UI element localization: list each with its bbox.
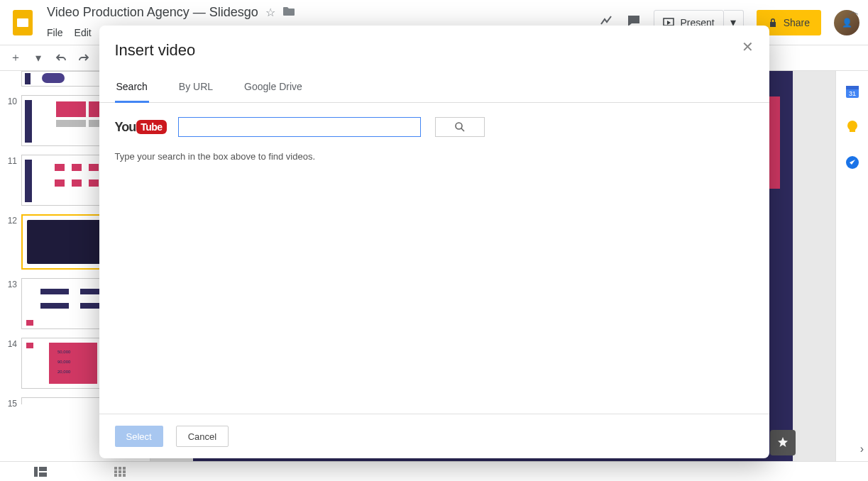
video-search-input[interactable] — [178, 117, 421, 137]
filmstrip-view-icon[interactable] — [33, 466, 48, 477]
youtube-logo-you: You — [115, 120, 136, 135]
svg-rect-13 — [114, 467, 117, 470]
thumb-number: 10 — [4, 95, 21, 146]
new-slide-dropdown[interactable]: ▾ — [31, 51, 45, 65]
insert-video-dialog: Insert video ✕ Search By URL Google Driv… — [99, 26, 769, 458]
thumb-number: 14 — [4, 338, 21, 389]
grid-view-icon[interactable] — [112, 466, 128, 477]
slides-logo[interactable] — [9, 9, 37, 37]
tab-google-drive[interactable]: Google Drive — [243, 74, 304, 102]
calendar-icon[interactable]: 31 — [845, 84, 860, 102]
status-bar — [0, 461, 868, 481]
undo-button[interactable] — [54, 52, 68, 64]
svg-rect-12 — [39, 472, 47, 477]
new-slide-button[interactable]: ＋ — [9, 50, 23, 65]
search-icon — [454, 121, 466, 133]
search-hint: Type your search in the box above to fin… — [115, 151, 754, 162]
menu-file[interactable]: File — [47, 27, 63, 38]
svg-rect-19 — [114, 474, 117, 477]
svg-rect-14 — [119, 467, 121, 470]
svg-point-22 — [456, 123, 462, 129]
svg-rect-16 — [114, 470, 117, 473]
dialog-footer: Select Cancel — [99, 414, 769, 458]
tab-search[interactable]: Search — [115, 74, 149, 103]
expand-side-panel-icon[interactable]: › — [860, 443, 864, 455]
modal-backdrop: Insert video ✕ Search By URL Google Driv… — [0, 0, 868, 481]
cancel-button[interactable]: Cancel — [176, 426, 229, 447]
search-button[interactable] — [435, 117, 485, 137]
tasks-icon[interactable] — [845, 155, 860, 173]
tab-by-url[interactable]: By URL — [177, 74, 214, 102]
svg-rect-18 — [123, 470, 126, 473]
move-folder-icon[interactable] — [282, 6, 295, 20]
share-label: Share — [784, 17, 810, 28]
thumb-number: 13 — [4, 278, 21, 329]
side-panel: 31 — [835, 71, 868, 461]
select-button[interactable]: Select — [115, 426, 163, 447]
thumb-number — [4, 71, 21, 87]
svg-text:31: 31 — [848, 90, 855, 97]
collapse-icon[interactable]: ︿ — [848, 4, 859, 19]
svg-rect-11 — [39, 467, 47, 471]
svg-rect-10 — [34, 467, 38, 477]
svg-rect-1 — [17, 18, 28, 27]
svg-rect-7 — [846, 86, 859, 89]
thumb-number: 12 — [4, 214, 21, 270]
menu-edit[interactable]: Edit — [75, 27, 92, 38]
dialog-title: Insert video — [99, 26, 769, 65]
star-icon[interactable]: ☆ — [265, 6, 275, 19]
dialog-tabs: Search By URL Google Drive — [99, 65, 769, 103]
doc-title[interactable]: Video Production Agency — Slidesgo — [47, 5, 258, 20]
explore-button[interactable] — [770, 430, 796, 455]
close-icon[interactable]: ✕ — [742, 38, 754, 55]
redo-button[interactable] — [77, 52, 91, 64]
thumb-number: 11 — [4, 155, 21, 206]
youtube-logo-tube: Tube — [136, 120, 166, 134]
svg-line-23 — [461, 128, 464, 131]
svg-rect-15 — [123, 467, 126, 470]
svg-rect-17 — [119, 470, 121, 473]
svg-rect-21 — [123, 474, 126, 477]
keep-icon[interactable] — [845, 119, 860, 138]
lock-icon — [768, 18, 778, 28]
svg-rect-20 — [119, 474, 121, 477]
thumb-number: 15 — [4, 397, 21, 409]
youtube-logo: You Tube — [115, 120, 167, 135]
